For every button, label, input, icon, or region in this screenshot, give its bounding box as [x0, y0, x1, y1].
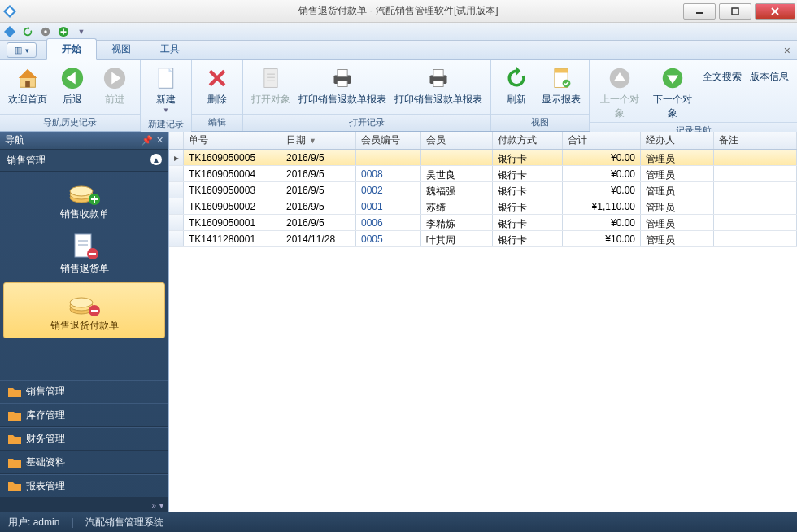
sidebar-cat-sales[interactable]: 销售管理	[0, 380, 168, 403]
svg-rect-32	[555, 69, 568, 73]
tab-tools[interactable]: 工具	[146, 39, 194, 59]
prev-object-button[interactable]: 上一个对象	[594, 63, 646, 122]
sidebar-cat-finance[interactable]: 财务管理	[0, 427, 168, 451]
pin-icon[interactable]: 📌	[142, 135, 153, 146]
sidebar-categories: 销售管理 库存管理 财务管理 基础资料 报表管理	[0, 380, 168, 498]
table-row[interactable]: TK16090500042016/9/50008吴世良银行卡¥0.00管理员	[169, 166, 797, 182]
row-marker-header	[169, 132, 184, 149]
app-menu-icon[interactable]	[3, 25, 16, 38]
sidebar-header: 导航 📌✕	[0, 132, 168, 150]
document-minus-icon	[68, 233, 101, 260]
maximize-button[interactable]	[719, 3, 751, 20]
svg-rect-46	[89, 253, 96, 255]
sidebar-section[interactable]: 销售管理 ▲	[0, 150, 168, 172]
col-member[interactable]: 会员	[421, 132, 493, 149]
overflow-icon[interactable]: »	[151, 501, 156, 510]
data-grid: 单号 日期▼ 会员编号 会员 付款方式 合计 经办人 备注 ▸TK1609050…	[168, 132, 797, 512]
col-memno[interactable]: 会员编号	[356, 132, 421, 149]
window-controls	[682, 2, 797, 21]
col-order[interactable]: 单号	[184, 132, 281, 149]
row-marker: ▸	[169, 150, 184, 165]
row-marker	[169, 166, 184, 181]
report-icon	[548, 65, 574, 91]
new-icon	[153, 65, 179, 91]
table-row[interactable]: TK16090500032016/9/50002魏福强银行卡¥0.00管理员	[169, 182, 797, 198]
col-operator[interactable]: 经办人	[641, 132, 714, 149]
ribbon: 欢迎首页 后退 前进 导航历史记录 新建▼ 新建记录 删除 编辑 打开对象 打印…	[0, 60, 797, 132]
sidebar-cat-basic[interactable]: 基础资料	[0, 451, 168, 474]
back-icon	[59, 65, 85, 91]
sidebar-item-receipt[interactable]: 销售收款单	[0, 172, 168, 226]
group-label-view: 视图	[491, 114, 589, 131]
printer-icon	[425, 65, 451, 91]
sidebar-item-return[interactable]: 销售退货单	[0, 226, 168, 281]
col-payment[interactable]: 付款方式	[493, 132, 563, 149]
coins-minus-icon	[68, 290, 101, 317]
new-button[interactable]: 新建▼	[146, 63, 186, 116]
tab-start[interactable]: 开始	[46, 38, 97, 60]
col-note[interactable]: 备注	[714, 132, 797, 149]
forward-icon	[102, 65, 128, 91]
collapse-icon[interactable]: ▲	[150, 154, 162, 165]
minimize-button[interactable]	[683, 3, 716, 20]
table-row[interactable]: TK14112800012014/11/280005叶其周银行卡¥10.00管理…	[169, 231, 797, 247]
qa-dropdown-icon[interactable]: ▼	[75, 25, 88, 38]
quick-access-toolbar: ▼	[0, 23, 797, 41]
table-row[interactable]: TK16090500022016/9/50001苏缔银行卡¥1,110.00管理…	[169, 198, 797, 215]
svg-point-49	[70, 298, 93, 307]
chevron-down-icon[interactable]: ▾	[159, 501, 163, 510]
show-report-button[interactable]: 显示报表	[538, 63, 584, 108]
svg-point-40	[70, 186, 93, 196]
svg-rect-21	[264, 69, 277, 88]
col-total[interactable]: 合计	[563, 132, 641, 149]
open-object-button[interactable]: 打开对象	[248, 63, 294, 108]
tab-view[interactable]: 视图	[97, 39, 146, 59]
row-marker	[169, 231, 184, 246]
delete-button[interactable]: 删除	[197, 63, 237, 108]
printer-icon	[329, 65, 355, 91]
col-date[interactable]: 日期▼	[281, 132, 356, 149]
print-return-button[interactable]: 打印销售退款单报表	[391, 63, 486, 108]
svg-rect-27	[338, 81, 347, 87]
svg-marker-6	[4, 26, 15, 37]
refresh-button[interactable]: 刷新	[496, 63, 537, 108]
sidebar-item-refund-payment[interactable]: 销售退货付款单	[3, 282, 165, 338]
add-icon[interactable]	[57, 25, 70, 38]
refresh-icon[interactable]	[21, 25, 34, 38]
status-bar: 用户: admin | 汽配销售管理系统	[0, 512, 797, 532]
folder-icon	[8, 434, 21, 445]
sidebar-cat-inventory[interactable]: 库存管理	[0, 403, 168, 427]
file-menu[interactable]: ▥▾	[7, 42, 37, 58]
row-marker	[169, 182, 184, 198]
close-button[interactable]	[755, 3, 795, 20]
status-user: admin	[33, 517, 60, 528]
coins-plus-icon	[68, 178, 101, 206]
grid-header: 单号 日期▼ 会员编号 会员 付款方式 合计 经办人 备注	[169, 132, 797, 150]
table-row[interactable]: TK16090500012016/9/50006李精炼银行卡¥0.00管理员	[169, 215, 797, 231]
table-row[interactable]: ▸TK16090500052016/9/5银行卡¥0.00管理员	[169, 150, 797, 166]
print-refund-button[interactable]: 打印销售退款单报表	[295, 63, 390, 108]
sort-desc-icon: ▼	[309, 137, 316, 145]
forward-button[interactable]: 前进	[94, 63, 135, 108]
back-button[interactable]: 后退	[52, 63, 93, 108]
group-label-open: 打开记录	[243, 114, 490, 131]
close-icon[interactable]: ✕	[156, 135, 163, 146]
folder-icon	[8, 457, 21, 469]
fulltext-search-button[interactable]: 全文搜索	[699, 63, 745, 85]
welcome-button[interactable]: 欢迎首页	[5, 63, 50, 108]
row-marker	[169, 198, 184, 214]
svg-marker-11	[19, 69, 37, 78]
grid-body: ▸TK16090500052016/9/5银行卡¥0.00管理员TK160905…	[169, 150, 797, 247]
status-user-label: 用户:	[8, 517, 30, 528]
svg-point-8	[44, 30, 47, 33]
ribbon-group-edit: 删除 编辑	[192, 60, 243, 131]
ribbon-group-view: 刷新 显示报表 视图	[491, 60, 590, 131]
settings-icon[interactable]	[39, 25, 52, 38]
version-info-button[interactable]: 版本信息	[747, 63, 792, 85]
sidebar-cat-reports[interactable]: 报表管理	[0, 474, 168, 498]
next-object-button[interactable]: 下一个对象	[647, 63, 699, 122]
collapse-ribbon-icon[interactable]: ×	[784, 44, 790, 57]
ribbon-group-new: 新建▼ 新建记录	[141, 60, 192, 131]
chevron-down-icon: ▼	[163, 107, 169, 114]
group-label-nav: 导航历史记录	[0, 114, 140, 131]
